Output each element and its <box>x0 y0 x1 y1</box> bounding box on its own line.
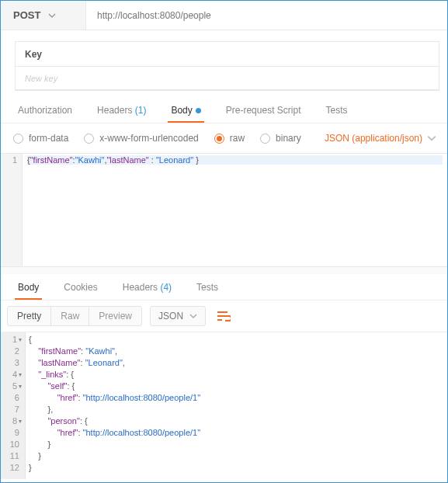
wrap-lines-icon[interactable] <box>214 306 234 326</box>
editor-content: {"firstName":"Kawhi","lastName" : "Leona… <box>23 154 447 266</box>
url-value: http://localhost:8080/people <box>97 10 211 21</box>
resp-tab-cookies[interactable]: Cookies <box>51 276 109 299</box>
radio-icon <box>260 134 270 144</box>
response-gutter: 1▾ 2 3 4▾ 5▾ 6 7 8▾ 9 10 11 12 <box>1 332 26 479</box>
response-tabs: Body Cookies Headers (4) Tests <box>1 274 447 301</box>
params-table: Key New key <box>15 41 439 91</box>
radio-urlencoded[interactable]: x-www-form-urlencoded <box>84 133 198 144</box>
radio-form-data[interactable]: form-data <box>13 133 68 144</box>
response-body-viewer[interactable]: 1▾ 2 3 4▾ 5▾ 6 7 8▾ 9 10 11 12 { "firstN… <box>1 332 447 479</box>
chevron-down-icon <box>427 134 436 143</box>
response-content: { "firstName": "Kawhi", "lastName": "Leo… <box>26 332 447 479</box>
tab-headers[interactable]: Headers (1) <box>85 99 158 122</box>
resp-tab-body[interactable]: Body <box>5 276 51 299</box>
pane-divider[interactable] <box>1 266 447 274</box>
tab-authorization[interactable]: Authorization <box>5 99 85 122</box>
resp-tab-headers[interactable]: Headers (4) <box>110 276 184 299</box>
modified-dot-icon <box>196 108 201 113</box>
chevron-down-icon <box>189 312 197 320</box>
view-pretty[interactable]: Pretty <box>8 307 51 325</box>
radio-icon <box>214 134 224 144</box>
http-method-select[interactable]: POST <box>1 1 86 30</box>
view-raw[interactable]: Raw <box>51 307 89 325</box>
content-type-select[interactable]: JSON (application/json) <box>325 133 436 144</box>
tab-prerequest[interactable]: Pre-request Script <box>214 99 314 122</box>
body-type-options: form-data x-www-form-urlencoded raw bina… <box>1 123 447 153</box>
editor-gutter: 1 <box>1 154 23 266</box>
response-format-select[interactable]: JSON <box>150 306 206 326</box>
tab-tests[interactable]: Tests <box>313 99 359 122</box>
radio-icon <box>13 134 23 144</box>
params-header-key: Key <box>16 42 439 67</box>
radio-binary[interactable]: binary <box>260 133 301 144</box>
http-method-label: POST <box>13 9 40 21</box>
radio-icon <box>84 134 94 144</box>
chevron-down-icon <box>48 12 56 19</box>
radio-raw[interactable]: raw <box>214 133 245 144</box>
response-toolbar: Pretty Raw Preview JSON <box>1 301 447 332</box>
params-new-key[interactable]: New key <box>16 67 439 90</box>
url-input[interactable]: http://localhost:8080/people <box>86 1 447 30</box>
resp-tab-tests[interactable]: Tests <box>184 276 231 299</box>
view-preview[interactable]: Preview <box>89 307 141 325</box>
view-mode-group: Pretty Raw Preview <box>7 306 142 326</box>
tab-body[interactable]: Body <box>158 99 213 122</box>
request-tabs: Authorization Headers (1) Body Pre-reque… <box>1 97 447 123</box>
request-body-editor[interactable]: 1 {"firstName":"Kawhi","lastName" : "Leo… <box>1 153 447 266</box>
